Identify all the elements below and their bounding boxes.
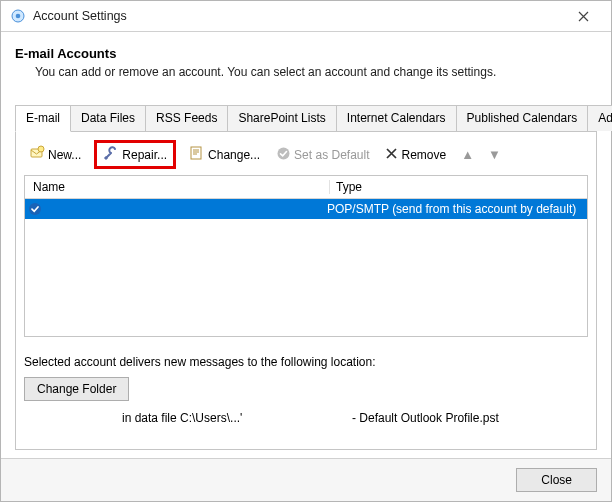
svg-rect-5: [191, 147, 201, 159]
tabstrip: E-mail Data Files RSS Feeds SharePoint L…: [15, 105, 597, 131]
window-title: Account Settings: [33, 9, 127, 23]
row-type: POP/SMTP (send from this account by defa…: [321, 202, 587, 216]
change-folder-button[interactable]: Change Folder: [24, 377, 129, 401]
new-button[interactable]: New...: [26, 143, 84, 166]
close-button[interactable]: Close: [516, 468, 597, 492]
new-icon: [29, 145, 45, 164]
close-window-button[interactable]: [563, 1, 603, 31]
table-row[interactable]: POP/SMTP (send from this account by defa…: [25, 199, 587, 219]
bottom-bar: Close: [1, 458, 611, 501]
toolbar: New... Repair...: [24, 138, 588, 175]
new-label: New...: [48, 148, 81, 162]
column-type[interactable]: Type: [330, 180, 572, 194]
tab-internet-calendars[interactable]: Internet Calendars: [336, 105, 457, 131]
tab-body: New... Repair...: [15, 131, 597, 450]
remove-icon: [385, 147, 398, 163]
list-header: Name Type: [25, 176, 587, 199]
repair-button-highlight: Repair...: [94, 140, 176, 169]
check-icon: [276, 146, 291, 164]
titlebar: Account Settings: [1, 1, 611, 32]
svg-point-1: [16, 14, 21, 19]
tab-data-files[interactable]: Data Files: [70, 105, 146, 131]
repair-button[interactable]: Repair...: [103, 145, 167, 164]
accounts-list[interactable]: Name Type POP/SMTP (send from this accou…: [24, 175, 588, 337]
repair-label: Repair...: [122, 148, 167, 162]
svg-point-7: [29, 203, 41, 215]
page-heading: E-mail Accounts: [15, 46, 597, 61]
change-icon: [189, 145, 205, 164]
tab-published-calendars[interactable]: Published Calendars: [456, 105, 589, 131]
path-suffix: - Default Outlook Profile.pst: [352, 411, 499, 425]
data-file-path: in data file C:\Users\...' - Default Out…: [24, 411, 588, 425]
svg-point-6: [278, 147, 290, 159]
move-up-button: ▲: [459, 148, 476, 161]
tab-email[interactable]: E-mail: [15, 105, 71, 132]
change-button[interactable]: Change...: [186, 143, 263, 166]
default-account-icon: [25, 202, 45, 216]
tab-address-books[interactable]: Address Books: [587, 105, 612, 131]
remove-label: Remove: [401, 148, 446, 162]
repair-icon: [103, 145, 119, 164]
tab-rss-feeds[interactable]: RSS Feeds: [145, 105, 228, 131]
tab-sharepoint-lists[interactable]: SharePoint Lists: [227, 105, 336, 131]
path-prefix: in data file C:\Users\...': [122, 411, 352, 425]
dialog-content: E-mail Accounts You can add or remove an…: [1, 32, 611, 458]
account-settings-dialog: Account Settings E-mail Accounts You can…: [0, 0, 612, 502]
set-default-label: Set as Default: [294, 148, 369, 162]
set-default-button: Set as Default: [273, 144, 372, 166]
remove-button[interactable]: Remove: [382, 145, 449, 165]
location-text: Selected account delivers new messages t…: [24, 355, 588, 369]
app-icon: [9, 7, 27, 25]
page-subheading: You can add or remove an account. You ca…: [35, 65, 597, 79]
column-name[interactable]: Name: [25, 180, 330, 194]
change-label: Change...: [208, 148, 260, 162]
svg-point-3: [38, 146, 44, 152]
move-down-button: ▼: [486, 148, 503, 161]
